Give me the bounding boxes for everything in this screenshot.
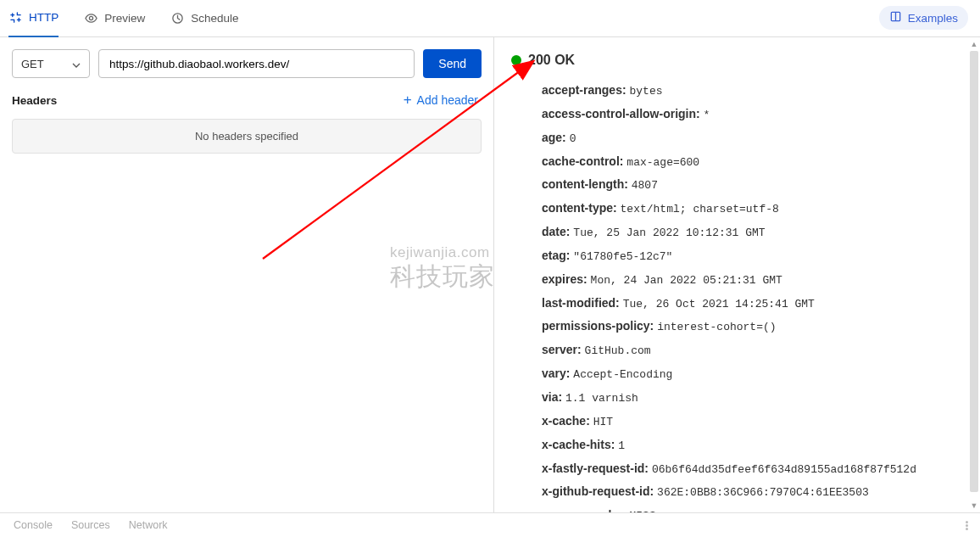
tab-preview-label: Preview — [104, 12, 145, 25]
response-header-row: date: Tue, 25 Jan 2022 10:12:31 GMT — [542, 223, 966, 242]
response-header-row: x-cache: HIT — [542, 412, 966, 431]
response-header-row: accept-ranges: bytes — [542, 81, 966, 100]
scroll-down-icon[interactable]: ▼ — [968, 499, 980, 512]
response-header-value: Tue, 26 Oct 2021 14:25:41 GMT — [623, 298, 815, 310]
response-header-row: content-type: text/html; charset=utf-8 — [542, 199, 966, 218]
method-select[interactable]: GET — [12, 49, 90, 78]
tabs-bar: HTTP Preview Schedule Examples — [0, 0, 980, 37]
tab-http[interactable]: HTTP — [8, 0, 58, 37]
add-header-label: Add header — [417, 93, 478, 107]
scroll-thumb[interactable] — [970, 51, 978, 492]
response-header-row: expires: Mon, 24 Jan 2022 05:21:31 GMT — [542, 271, 966, 289]
response-header-name: x-fastly-request-id: — [542, 461, 652, 475]
response-header-name: age: — [542, 131, 570, 144]
response-header-name: date: — [542, 225, 573, 238]
response-header-row: permissions-policy: interest-cohort=() — [542, 317, 966, 336]
no-headers-message: No headers specified — [12, 119, 482, 154]
plus-icon: + — [404, 92, 412, 109]
response-header-row: x-proxy-cache: MISS — [542, 506, 966, 512]
response-header-value: HIT — [593, 416, 613, 428]
eye-icon — [84, 12, 97, 25]
http-icon — [8, 11, 22, 25]
status-text: 200 OK — [528, 53, 575, 68]
response-header-row: access-control-allow-origin: * — [542, 105, 966, 124]
tab-schedule[interactable]: Schedule — [170, 0, 238, 37]
response-header-value: * — [704, 109, 710, 121]
response-header-row: vary: Accept-Encoding — [542, 365, 966, 383]
response-header-name: x-cache: — [542, 414, 593, 428]
response-header-name: via: — [542, 390, 565, 404]
response-header-row: cache-control: max-age=600 — [542, 153, 966, 171]
response-header-row: x-cache-hits: 1 — [542, 436, 966, 455]
response-header-name: expires: — [542, 272, 591, 286]
method-value: GET — [21, 58, 44, 70]
response-header-value: interest-cohort=() — [657, 321, 776, 333]
bottom-console[interactable]: Console — [14, 519, 53, 531]
response-header-value: 4807 — [632, 179, 658, 192]
response-header-name: last-modified: — [542, 296, 623, 310]
book-icon — [889, 10, 902, 25]
response-header-name: content-length: — [542, 177, 632, 191]
clock-icon — [170, 12, 184, 25]
bottom-sources[interactable]: Sources — [71, 519, 110, 531]
response-headers-list: accept-ranges: bytesaccess-control-allow… — [508, 81, 966, 512]
response-header-name: permissions-policy: — [542, 319, 657, 333]
request-panel: GET Send Headers + Add header No headers… — [0, 37, 494, 512]
examples-label: Examples — [908, 12, 958, 25]
response-header-value: Accept-Encoding — [573, 368, 672, 381]
response-header-row: via: 1.1 varnish — [542, 389, 966, 407]
response-header-value: Mon, 24 Jan 2022 05:21:31 GMT — [591, 274, 782, 287]
response-header-name: server: — [542, 343, 585, 356]
response-header-value: max-age=600 — [626, 156, 699, 169]
tab-preview[interactable]: Preview — [84, 0, 145, 37]
response-header-value: 1.1 varnish — [565, 392, 638, 405]
url-input[interactable] — [98, 49, 415, 78]
response-header-value: 0 — [570, 132, 576, 145]
response-header-value: bytes — [629, 85, 662, 98]
response-header-row: etag: "61780fe5-12c7" — [542, 247, 966, 266]
bottom-bar: Console Sources Network — [0, 512, 980, 537]
response-header-name: x-github-request-id: — [542, 484, 657, 498]
response-header-value: text/html; charset=utf-8 — [621, 203, 779, 215]
response-header-name: accept-ranges: — [542, 83, 629, 97]
response-header-value: 1 — [618, 439, 625, 452]
add-header-button[interactable]: + Add header — [404, 92, 478, 109]
response-header-value: 06b6f64dd35dfeef6f634d89155ad168f87f512d — [652, 463, 916, 476]
response-header-name: etag: — [542, 249, 573, 262]
status-line: 200 OK — [508, 53, 966, 68]
response-header-value: GitHub.com — [585, 344, 651, 357]
response-header-row: last-modified: Tue, 26 Oct 2021 14:25:41… — [542, 294, 966, 313]
response-header-name: cache-control: — [542, 154, 626, 168]
response-header-value: Tue, 25 Jan 2022 10:12:31 GMT — [573, 227, 765, 239]
response-header-name: access-control-allow-origin: — [542, 107, 704, 120]
scroll-up-icon[interactable]: ▲ — [968, 37, 980, 51]
headers-title: Headers — [12, 94, 57, 107]
response-header-row: x-github-request-id: 362E:0BB8:36C966:79… — [542, 483, 966, 501]
response-header-name: content-type: — [542, 201, 621, 215]
tab-schedule-label: Schedule — [191, 12, 238, 25]
bottom-network[interactable]: Network — [129, 519, 168, 531]
response-header-value: 362E:0BB8:36C966:7970C4:61EE3503 — [657, 486, 869, 499]
response-header-row: age: 0 — [542, 129, 966, 148]
response-header-row: x-fastly-request-id: 06b6f64dd35dfeef6f6… — [542, 460, 966, 478]
svg-point-0 — [89, 16, 92, 20]
response-header-value: "61780fe5-12c7" — [573, 250, 672, 263]
response-panel-container: 200 OK accept-ranges: bytesaccess-contro… — [494, 37, 980, 512]
status-dot-icon — [511, 55, 521, 65]
response-header-name: vary: — [542, 366, 573, 380]
response-panel: 200 OK accept-ranges: bytesaccess-contro… — [494, 37, 980, 512]
send-button[interactable]: Send — [423, 49, 482, 78]
tab-http-label: HTTP — [29, 11, 58, 24]
chevron-down-icon — [72, 58, 81, 70]
response-header-name: x-cache-hits: — [542, 438, 618, 451]
scrollbar[interactable]: ▲ ▼ — [968, 37, 980, 512]
response-header-row: server: GitHub.com — [542, 341, 966, 360]
examples-button[interactable]: Examples — [879, 6, 968, 30]
response-header-row: content-length: 4807 — [542, 176, 966, 194]
kebab-menu-icon[interactable] — [966, 521, 968, 530]
